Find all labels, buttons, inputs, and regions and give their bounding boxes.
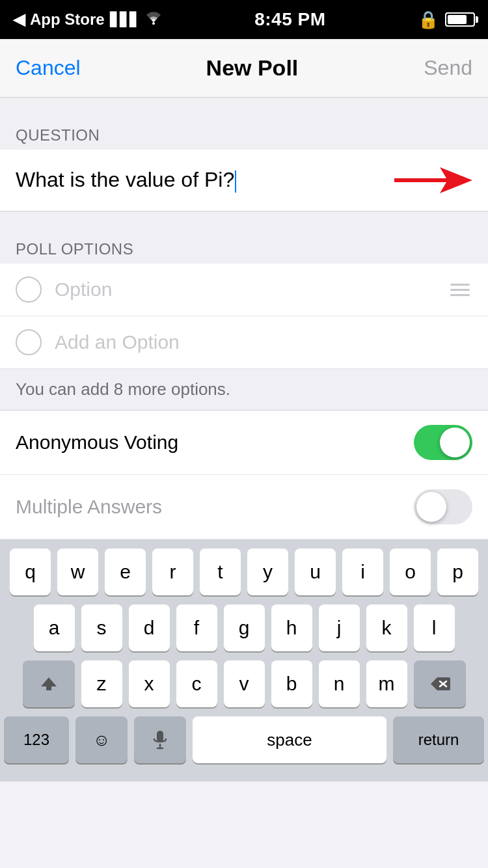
- key-q[interactable]: q: [10, 549, 51, 595]
- toggle-knob-on: [440, 427, 470, 457]
- wifi-icon: [144, 10, 163, 29]
- key-w[interactable]: w: [57, 549, 98, 595]
- key-z[interactable]: z: [81, 660, 122, 707]
- key-j[interactable]: j: [319, 604, 360, 651]
- svg-marker-1: [394, 167, 472, 193]
- backspace-key[interactable]: [414, 660, 466, 707]
- signal-icon: ▋▋▋: [110, 12, 139, 27]
- option-1-radio[interactable]: [16, 277, 42, 303]
- key-h[interactable]: h: [271, 604, 312, 651]
- multiple-answers-label: Multiple Answers: [16, 496, 162, 518]
- status-right: 🔒: [418, 10, 475, 30]
- keyboard-row-1: q w e r t y u i o p: [4, 549, 484, 595]
- key-t[interactable]: t: [200, 549, 241, 595]
- key-l[interactable]: l: [414, 604, 455, 651]
- keyboard-row-2: a s d f g h j k l: [4, 604, 484, 651]
- section-spacer-top: [0, 98, 488, 117]
- add-option-input[interactable]: Add an Option: [55, 331, 472, 353]
- key-c[interactable]: c: [176, 660, 217, 707]
- key-p[interactable]: p: [437, 549, 478, 595]
- carrier-label: App Store: [30, 10, 105, 29]
- battery-icon: [445, 12, 475, 27]
- key-i[interactable]: i: [342, 549, 383, 595]
- key-y[interactable]: y: [247, 549, 288, 595]
- back-arrow-icon: ◀: [13, 10, 25, 29]
- anonymous-voting-toggle[interactable]: [414, 425, 472, 460]
- key-u[interactable]: u: [295, 549, 336, 595]
- multiple-answers-toggle[interactable]: [414, 489, 472, 524]
- status-left: ◀ App Store ▋▋▋: [13, 10, 163, 29]
- cancel-button[interactable]: Cancel: [16, 56, 81, 80]
- key-f[interactable]: f: [176, 604, 217, 651]
- status-time: 8:45 PM: [254, 9, 325, 30]
- numbers-key[interactable]: 123: [4, 716, 69, 763]
- key-s[interactable]: s: [81, 604, 122, 651]
- keyboard-row-4: 123 ☺ space return: [4, 716, 484, 763]
- red-arrow-annotation: [394, 164, 472, 197]
- nav-bar: Cancel New Poll Send: [0, 39, 488, 98]
- status-bar: ◀ App Store ▋▋▋ 8:45 PM 🔒: [0, 0, 488, 39]
- more-options-note: You can add 8 more options.: [0, 369, 488, 411]
- key-r[interactable]: r: [152, 549, 193, 595]
- question-value: What is the value of Pi?: [16, 168, 234, 191]
- multiple-answers-row: Multiple Answers: [0, 475, 488, 539]
- key-g[interactable]: g: [224, 604, 265, 651]
- toggle-knob-off: [416, 492, 446, 522]
- text-cursor: [235, 170, 236, 193]
- key-n[interactable]: n: [319, 660, 360, 707]
- key-b[interactable]: b: [271, 660, 312, 707]
- anonymous-voting-row: Anonymous Voting: [0, 411, 488, 475]
- shift-key[interactable]: [23, 660, 75, 707]
- space-key[interactable]: space: [193, 716, 386, 763]
- question-input[interactable]: What is the value of Pi?: [16, 168, 394, 193]
- add-option-radio: [16, 329, 42, 355]
- drag-handle-icon: [448, 281, 472, 299]
- key-k[interactable]: k: [366, 604, 407, 651]
- keyboard: q w e r t y u i o p a s d f g h j k l z …: [0, 539, 488, 781]
- question-section-label: QUESTION: [0, 117, 488, 150]
- keyboard-row-3: z x c v b n m: [4, 660, 484, 707]
- section-spacer-middle: [0, 211, 488, 231]
- emoji-key[interactable]: ☺: [75, 716, 128, 763]
- anonymous-voting-label: Anonymous Voting: [16, 431, 178, 454]
- lock-icon: 🔒: [418, 10, 439, 30]
- mic-key[interactable]: [134, 716, 186, 763]
- key-x[interactable]: x: [129, 660, 170, 707]
- keyboard-bottom-bar: [4, 772, 484, 781]
- poll-options-label: POLL OPTIONS: [0, 231, 488, 264]
- key-m[interactable]: m: [366, 660, 407, 707]
- option-1-row[interactable]: Option: [0, 264, 488, 316]
- add-option-row[interactable]: Add an Option: [0, 316, 488, 369]
- question-input-row[interactable]: What is the value of Pi?: [0, 150, 488, 211]
- key-o[interactable]: o: [390, 549, 431, 595]
- return-key[interactable]: return: [393, 716, 484, 763]
- option-1-input[interactable]: Option: [55, 278, 435, 301]
- svg-point-0: [152, 22, 155, 25]
- key-v[interactable]: v: [224, 660, 265, 707]
- key-a[interactable]: a: [34, 604, 75, 651]
- nav-title: New Poll: [206, 55, 299, 81]
- key-d[interactable]: d: [129, 604, 170, 651]
- svg-rect-4: [157, 731, 163, 742]
- send-button[interactable]: Send: [424, 56, 472, 80]
- key-e[interactable]: e: [105, 549, 146, 595]
